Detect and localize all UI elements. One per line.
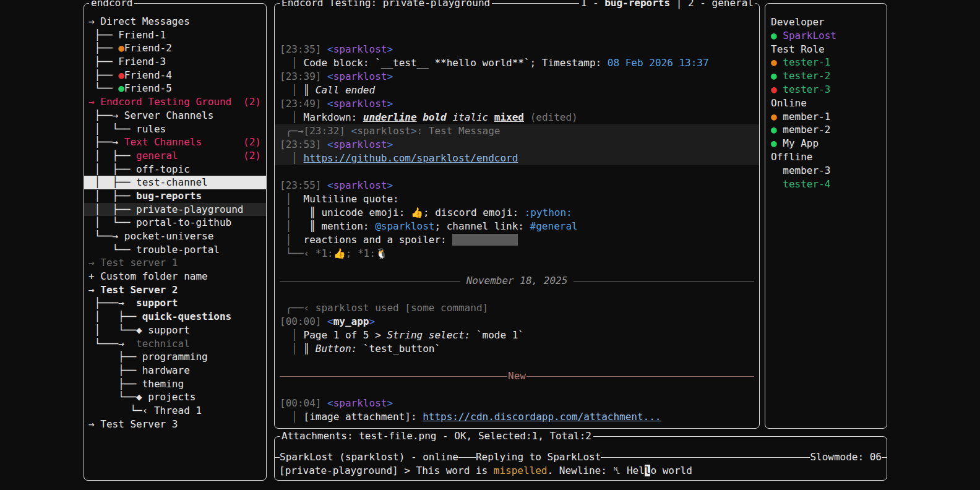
text [524,111,530,123]
text: < [327,71,333,82]
member-item-offline[interactable]: Offline [771,150,881,164]
divider-line [574,281,754,282]
sidebar-item-support[interactable]: │ └──◆ support [88,324,262,337]
sidebar-item-private-playground[interactable]: │ ├── private-playground [84,203,266,217]
sidebar-item-direct-messages[interactable]: → Direct Messages [88,15,262,28]
text: │ [280,234,304,246]
link[interactable]: https://cdn.discordapp.com/attachment... [423,411,661,423]
chat-line-23-39-sparklost: [23:39] <sparklost> [280,70,754,84]
member-item-sparklost[interactable]: ● SparkLost [771,29,881,43]
member-item-developer[interactable]: Developer [771,15,881,29]
divider-line [601,457,810,458]
chat-line-november-18-2025: November 18, 2025 [280,274,754,288]
sidebar-item-support[interactable]: ├───→ support [88,296,262,310]
sidebar-item-test-server-2[interactable]: → Test Server 2 [88,283,262,297]
text: Call ended [316,84,375,96]
sidebar-item-friend-4[interactable]: ├── ●Friend-4 [88,69,262,82]
link[interactable]: https://github.com/sparklost/endcord [304,152,518,164]
text: > [387,139,393,150]
text: └───→ [88,338,136,350]
sidebar-item-pocket-universe[interactable]: └──→ pocket-universe [88,230,262,243]
text: [00:04] [280,397,327,409]
divider-label: New [507,369,527,383]
text: > [411,125,417,137]
text: ├── theming [88,378,184,390]
text: Button: [316,343,357,355]
chat-line-23-55-sparklost: [23:55] <sparklost> [280,179,754,192]
text: │ ├── [88,311,142,322]
channel-tree-panel: endcord → Direct Messages ├── Friend-1 ├… [84,3,267,481]
text: │ ├── off-topic [88,163,190,175]
text: │ [280,411,304,423]
chat-line-23-49-sparklost: [23:49] <sparklost> [280,97,754,111]
divider-line [458,457,476,458]
sidebar-item-bug-reports[interactable]: │ ├── bug-reports [88,189,262,203]
text: (edited) [530,111,578,123]
sidebar-item-server-channels[interactable]: ├──→ Server Channels [88,109,262,123]
sidebar-item-test-server-1[interactable]: → Test server 1 [88,256,262,270]
sidebar-item-projects[interactable]: └──◆ projects [88,390,262,404]
text: Friend-4 [124,69,172,81]
member-item-member-3[interactable]: member-3 [771,164,881,178]
text: │ [280,152,304,164]
sidebar-item-test-server-3[interactable]: → Test Server 3 [88,418,262,431]
divider-label: November 18, 2025 [460,274,574,288]
emoji: 👍 [333,247,346,259]
sidebar-item-technical[interactable]: └───→ technical [88,337,262,351]
member-item-member-1[interactable]: ● member-1 [771,110,881,124]
sidebar-item-off-topic[interactable]: │ ├── off-topic [88,163,262,176]
member-item-member-2[interactable]: ● member-2 [771,123,881,137]
chat-line-reactions-and-a-spoiler: │ reactions and a spoiler: [280,233,754,247]
member-item-my-app[interactable]: ● My App [771,137,881,150]
text [417,111,423,123]
chat-title: Endcord Testing: private-playground [280,0,492,10]
sidebar-item-friend-5[interactable]: └── ●Friend-5 [88,82,262,95]
sidebar-item-quick-questions[interactable]: │ ├── quick-questions [88,310,262,324]
text: mention: [321,220,375,232]
member-item-online[interactable]: Online [771,97,881,110]
member-item-tester-2[interactable]: ● tester-2 [771,69,881,83]
sidebar-item-friend-2[interactable]: ├── ●Friend-2 [88,41,262,55]
sidebar-item-custom-folder-name[interactable]: + Custom folder name [88,270,262,283]
status-dot: ● [118,69,124,81]
sidebar-item-portal-to-github[interactable]: │ └── portal-to-github [88,216,262,230]
text: → Direct Messages [88,15,190,27]
chat-tabs[interactable]: 1 - bug-reports | 2 - general [579,0,755,10]
member-item-test-role[interactable]: Test Role [771,43,881,56]
sidebar-item-hardware[interactable]: ├── hardware [88,364,262,377]
sidebar-item-general[interactable]: │ ├── general(2) [88,149,262,163]
text: < [327,98,333,110]
sidebar-item-text-channels[interactable]: ├──→ Text Channels(2) [88,135,262,149]
chat-line-00-00-my-app: [00:00] <my_app> [280,315,754,329]
text: │ ├── [88,190,136,202]
divider-line [275,457,280,458]
message-input[interactable]: [private-playground] > This word is misp… [275,464,887,478]
sidebar-item-theming[interactable]: ├── theming [88,377,262,391]
member-item-tester-3[interactable]: ● tester-3 [771,83,881,97]
text: o world [650,465,692,476]
member-item-tester-4[interactable]: tester-4 [771,178,881,191]
text: my_app [333,316,369,327]
sidebar-item-programming[interactable]: ├── programming [88,350,262,364]
text: ├── hardware [88,364,190,376]
text: sparklost [333,397,387,409]
text: ├──→ Server Channels [88,110,213,121]
text: │ └──◆ support [88,324,190,336]
text: `mode 1` [470,329,524,341]
divider-line [280,281,460,282]
sidebar-item-trouble-portal[interactable]: └── trouble-portal [88,243,262,257]
text: . Newline: [548,465,613,476]
status-dot: ● [771,70,783,82]
sidebar-item-test-channel[interactable]: │ ├── test-channel [84,176,266,189]
spoiler-block[interactable] [452,234,518,246]
member-item-tester-1[interactable]: ● tester-1 [771,56,881,69]
text: └── trouble-portal [88,244,220,256]
text: Friend-2 [124,42,172,54]
sidebar-item-friend-1[interactable]: ├── Friend-1 [88,28,262,42]
sidebar-item-rules[interactable]: │ └── rules [88,123,262,136]
sidebar-item-thread-1[interactable]: └─‹ Thread 1 [88,404,262,418]
sidebar-item-friend-3[interactable]: ├── Friend-3 [88,55,262,69]
text: tester-1 [783,56,830,68]
sidebar-item-endcord-testing-ground[interactable]: → Endcord Testing Ground(2) [88,95,262,109]
text: Multiline quote: [304,193,399,205]
